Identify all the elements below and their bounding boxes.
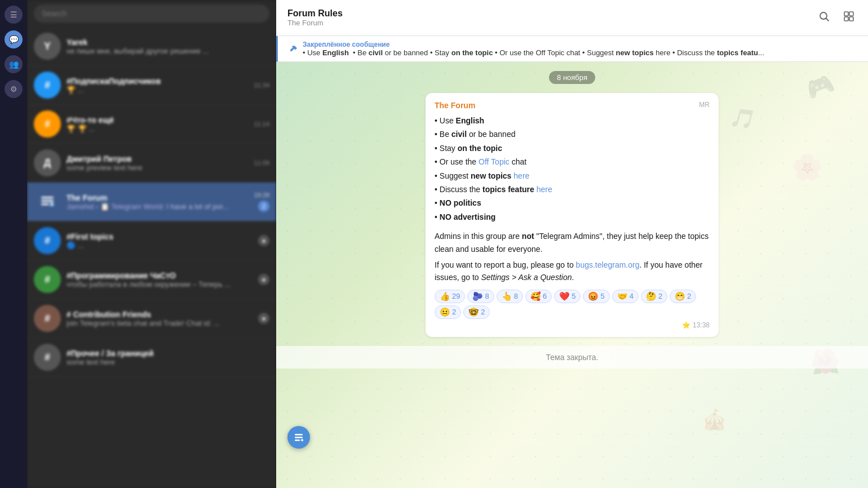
rule-3: • Stay on the topic <box>435 142 710 154</box>
layout-button[interactable] <box>841 8 857 27</box>
chat-info: Дмитрий Петров some preview text here <box>67 154 248 172</box>
chat-meta: 19:28 2 <box>254 192 269 212</box>
chat-time: 19:28 <box>254 192 269 198</box>
reaction-count: 4 <box>630 292 634 300</box>
reaction-neutral[interactable]: 😐 2 <box>435 305 461 319</box>
avatar: # <box>34 72 61 99</box>
topic-closed: Тема закрыта. <box>276 346 868 369</box>
message-id: MR <box>699 101 710 109</box>
svg-rect-14 <box>295 440 300 441</box>
reaction-count: 5 <box>572 292 575 300</box>
reaction-handshake[interactable]: 🤝 4 <box>612 290 639 303</box>
reaction-count: 2 <box>687 292 691 300</box>
pinned-message[interactable]: Закреплённое сообщение • Use English • B… <box>276 36 868 62</box>
reaction-thumbsup2[interactable]: 👆 8 <box>497 290 523 303</box>
svg-rect-8 <box>844 12 848 16</box>
avatar <box>34 188 61 215</box>
bg-emoji: 🎪 <box>702 408 727 432</box>
reaction-angry[interactable]: 😡 5 <box>583 290 609 303</box>
chat-time: 11:14 <box>254 121 269 127</box>
svg-rect-11 <box>849 17 853 21</box>
chat-icon[interactable]: 💬 <box>5 30 23 48</box>
list-item[interactable]: Д Дмитрий Петров some preview text here … <box>27 144 276 183</box>
chat-info: #Прочее / За границей some text here <box>67 349 269 366</box>
chat-info: #ПодпискаПодписчиков 🏆 ... <box>67 77 248 94</box>
reaction-emoji: ❤️ <box>559 291 570 301</box>
message-sender: The Forum <box>435 101 710 110</box>
list-item[interactable]: # #Программирование ЧаСтО чтобы работала… <box>27 260 276 299</box>
list-item[interactable]: # #Прочее / За границей some text here <box>27 338 276 377</box>
reaction-thumbsup[interactable]: 👍 29 <box>435 290 465 303</box>
reaction-heart[interactable]: ❤️ 5 <box>554 290 581 303</box>
chat-info: # Contribution Friends join Telegram's b… <box>67 310 253 327</box>
reaction-emoji: 😐 <box>440 307 450 317</box>
list-item[interactable]: # #Что-то ещё 🏆 🏆 ... 11:14 <box>27 105 276 144</box>
chat-preview: 🏆 🏆 ... <box>67 125 248 133</box>
reaction-nerd[interactable]: 🤓 2 <box>463 305 490 319</box>
message-report-text: If you want to report a bug, please go t… <box>435 259 710 284</box>
off-topic-link[interactable]: Off Topic <box>479 157 510 166</box>
chat-meta: ● <box>258 274 269 285</box>
reaction-count: 2 <box>658 292 662 300</box>
chat-info: The Forum Jamshid › 📋 Telegram World: I … <box>67 193 248 211</box>
date-badge: 8 ноября <box>549 71 595 84</box>
reaction-blue[interactable]: 🫐 8 <box>467 290 494 303</box>
sidebar: ☰ 💬 👥 ⚙ Y Yarek не пиши мне, выбирай дру… <box>0 0 276 488</box>
bug-report-link[interactable]: bugs.telegram.org <box>576 260 640 269</box>
list-item-the-forum[interactable]: The Forum Jamshid › 📋 Telegram World: I … <box>27 183 276 221</box>
chat-background: 🎮 🎵 🌸 ⭐ 🎯 🌺 🎪 🦋 8 ноября The Forum MR • … <box>276 62 868 488</box>
svg-rect-12 <box>295 434 303 436</box>
search-input[interactable] <box>34 5 269 23</box>
chat-info: #First topics 🔵 ... <box>67 232 253 250</box>
reaction-emoji: 🤝 <box>617 291 628 301</box>
rule-4: • Or use the Off Topic chat <box>435 156 710 168</box>
reaction-smile[interactable]: 😁 2 <box>670 290 696 303</box>
reaction-count: 5 <box>600 292 604 300</box>
pin-icon <box>289 45 298 54</box>
reaction-emoji: 👍 <box>440 291 450 301</box>
message-container: The Forum MR • Use English • Be civil or… <box>276 93 868 337</box>
chat-info: #Что-то ещё 🏆 🏆 ... <box>67 116 248 133</box>
rule-8: • NO advertising <box>435 211 710 223</box>
new-topics-link[interactable]: here <box>513 171 529 180</box>
avatar: # <box>34 110 61 137</box>
settings-icon[interactable]: ⚙ <box>5 80 23 98</box>
list-item[interactable]: # #First topics 🔵 ... ● <box>27 221 276 260</box>
chat-subtitle: The Forum <box>287 19 343 27</box>
list-item[interactable]: # # Contribution Friends join Telegram's… <box>27 299 276 338</box>
reactions: 👍 29 🫐 8 👆 8 🥰 6 <box>435 290 710 319</box>
pinned-text: • Use English • Be civil or be banned • … <box>303 48 764 57</box>
message-text: • Use English • Be civil or be banned • … <box>435 114 710 284</box>
avatar: # <box>34 266 61 293</box>
reaction-emoji: 🫐 <box>472 291 483 301</box>
topics-feature-link[interactable]: here <box>537 185 552 194</box>
floating-menu-button[interactable] <box>287 426 310 449</box>
reaction-love[interactable]: 🥰 6 <box>525 290 552 303</box>
chat-list: Y Yarek не пиши мне, выбирай другое реше… <box>27 27 276 488</box>
message-bubble: The Forum MR • Use English • Be civil or… <box>426 93 719 337</box>
chat-header-actions <box>816 8 857 27</box>
chat-preview: some text here <box>67 358 269 366</box>
chat-name: #Программирование ЧаСтО <box>67 271 253 280</box>
unread-badge: ● <box>258 274 269 285</box>
svg-rect-0 <box>41 197 54 198</box>
chat-meta: 11:14 <box>254 121 269 127</box>
menu-icon[interactable]: ☰ <box>5 6 23 24</box>
message-time: 13:38 <box>693 321 710 329</box>
svg-rect-2 <box>41 203 49 205</box>
list-item[interactable]: # #ПодпискаПодписчиков 🏆 ... 11:34 <box>27 66 276 105</box>
rule-6: • Discuss the topics feature here <box>435 183 710 196</box>
reaction-emoji: 👆 <box>502 291 512 301</box>
reaction-thinking[interactable]: 🤔 2 <box>641 290 667 303</box>
pinned-content: Закреплённое сообщение • Use English • B… <box>303 41 764 57</box>
avatar: # <box>34 344 61 371</box>
message-rules: • Use English • Be civil or be banned • … <box>435 114 710 223</box>
unread-badge: 2 <box>258 201 269 212</box>
chat-header: Forum Rules The Forum <box>276 0 868 36</box>
list-item[interactable]: Y Yarek не пиши мне, выбирай другое реше… <box>27 27 276 66</box>
search-bar <box>27 0 276 27</box>
chat-name: Yarek <box>67 38 264 47</box>
avatar: # <box>34 305 61 332</box>
search-button[interactable] <box>816 8 832 27</box>
contacts-icon[interactable]: 👥 <box>5 55 23 73</box>
